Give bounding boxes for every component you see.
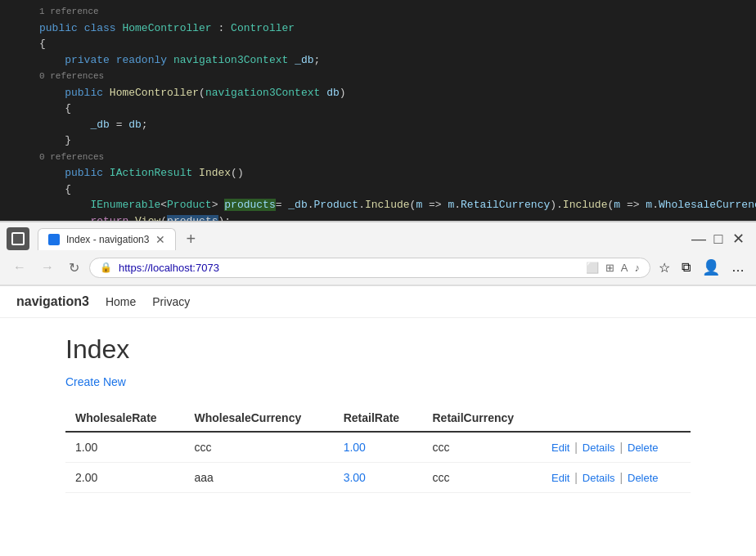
code-line: }	[0, 132, 756, 149]
delete-link-2[interactable]: Delete	[628, 472, 659, 484]
cast-icon[interactable]: ⬜	[586, 262, 599, 274]
favorites-icon[interactable]: ☆	[655, 257, 673, 279]
code-line: {	[0, 182, 756, 198]
cell-actions-1: Edit | Details | Delete	[542, 432, 691, 463]
ref-note: 0 references	[0, 68, 756, 85]
refresh-button[interactable]: ↻	[64, 257, 84, 279]
details-link-1[interactable]: Details	[583, 442, 615, 454]
sep: |	[574, 441, 581, 454]
table-header-row: WholesaleRate WholesaleCurrency RetailRa…	[65, 405, 691, 432]
ref-note-top: 1 reference	[0, 3, 756, 20]
create-new-link[interactable]: Create New	[65, 375, 126, 388]
browser-chrome: Index - navigation3 ✕ + — □ ✕ ← → ↻ 🔒 ⬜ …	[0, 222, 756, 286]
nav-link-home[interactable]: Home	[106, 295, 136, 308]
col-header-wholesale-currency: WholesaleCurrency	[185, 405, 334, 432]
site-brand: navigation3	[16, 294, 89, 309]
sep: |	[619, 441, 626, 454]
profile-icon[interactable]: 👤	[699, 255, 723, 280]
col-header-retail-currency: RetailCurrency	[423, 405, 542, 432]
code-line: {	[0, 36, 756, 52]
address-bar-container: 🔒 ⬜ ⊞ A ♪	[89, 258, 650, 278]
code-editor: 1 reference public class HomeController …	[0, 0, 756, 221]
sep: |	[619, 471, 626, 484]
back-button[interactable]: ←	[8, 257, 31, 278]
cell-retail-currency-2: ccc	[423, 463, 542, 493]
cell-retail-rate-1: 1.00	[334, 432, 423, 463]
details-link-2[interactable]: Details	[583, 472, 615, 484]
tab-close-button[interactable]: ✕	[155, 233, 165, 246]
code-line: private readonly navigation3Context _db;	[0, 52, 756, 69]
browser-icon	[7, 227, 29, 250]
cell-wholesale-rate-2: 2.00	[65, 463, 185, 493]
delete-link-1[interactable]: Delete	[628, 442, 659, 454]
cell-retail-rate-2: 3.00	[334, 463, 423, 493]
cell-actions-2: Edit | Details | Delete	[542, 463, 691, 493]
sep: |	[574, 471, 581, 484]
cell-wholesale-currency-1: ccc	[185, 432, 334, 463]
table-row: 2.00 aaa 3.00 ccc Edit | Details | Delet…	[65, 463, 691, 493]
maximize-button[interactable]: □	[710, 233, 727, 244]
window-controls: — □ ✕	[691, 233, 749, 244]
col-header-wholesale-rate: WholesaleRate	[65, 405, 185, 432]
address-input[interactable]	[119, 262, 579, 274]
code-line: public class HomeController : Controller	[0, 20, 756, 37]
minimize-button[interactable]: —	[691, 233, 707, 244]
data-table: WholesaleRate WholesaleCurrency RetailRa…	[65, 405, 691, 493]
new-tab-button[interactable]: +	[179, 228, 202, 250]
site-nav: navigation3 Home Privacy	[0, 286, 756, 318]
nav-link-privacy[interactable]: Privacy	[152, 295, 190, 308]
tab-title: Index - navigation3	[66, 234, 149, 245]
edit-link-1[interactable]: Edit	[551, 442, 569, 454]
table-row: 1.00 ccc 1.00 ccc Edit | Details | Delet…	[65, 432, 691, 463]
more-icon[interactable]: …	[728, 257, 748, 278]
col-header-retail-rate: RetailRate	[334, 405, 423, 432]
cell-wholesale-currency-2: aaa	[185, 463, 334, 493]
read-aloud-icon[interactable]: ♪	[635, 262, 641, 274]
code-line: IEnumerable<Product> products= _db.Produ…	[0, 197, 756, 213]
address-bar-row: ← → ↻ 🔒 ⬜ ⊞ A ♪ ☆ ⧉ 👤 …	[0, 250, 756, 285]
cell-retail-currency-1: ccc	[423, 432, 542, 463]
page-title: Index	[65, 334, 691, 365]
forward-button[interactable]: →	[36, 257, 59, 278]
edit-link-2[interactable]: Edit	[551, 472, 569, 484]
collections-icon[interactable]: ⧉	[678, 257, 694, 278]
browser-tab-active[interactable]: Index - navigation3 ✕	[38, 228, 176, 250]
grid-icon[interactable]: ⊞	[605, 262, 614, 274]
code-line: public HomeController(navigation3Context…	[0, 85, 756, 101]
tab-favicon	[48, 234, 60, 245]
code-line: return View(products);	[0, 213, 756, 222]
close-button[interactable]: ✕	[730, 233, 746, 244]
title-bar: Index - navigation3 ✕ + — □ ✕	[0, 222, 756, 250]
lock-icon: 🔒	[100, 262, 112, 273]
ref-note: 0 references	[0, 149, 756, 166]
translate-icon[interactable]: A	[621, 262, 628, 274]
col-header-actions	[542, 405, 691, 432]
code-line: {	[0, 101, 756, 117]
browser-window: Index - navigation3 ✕ + — □ ✕ ← → ↻ 🔒 ⬜ …	[0, 221, 756, 556]
code-line: _db = db;	[0, 117, 756, 133]
cell-wholesale-rate-1: 1.00	[65, 432, 185, 463]
website-content: navigation3 Home Privacy Index Create Ne…	[0, 286, 756, 556]
page-content: Index Create New WholesaleRate Wholesale…	[0, 318, 756, 509]
code-line: public IActionResult Index()	[0, 165, 756, 182]
